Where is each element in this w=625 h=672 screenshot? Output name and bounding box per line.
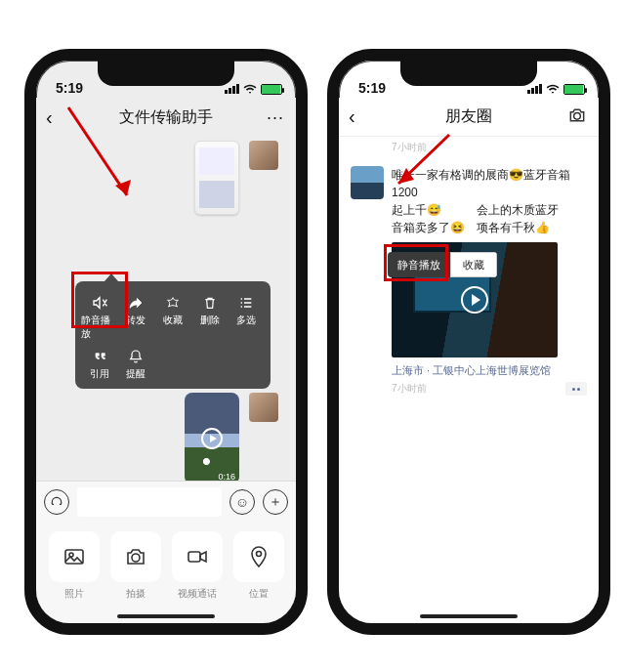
ctx-remind[interactable]: 提醒 — [118, 345, 155, 385]
quote-icon — [92, 349, 107, 364]
play-icon — [461, 286, 488, 314]
attach-favorite[interactable]: 收藏 — [107, 631, 163, 635]
emoji-sweat: 😅 — [427, 203, 441, 217]
camera-icon — [124, 545, 147, 568]
emoji-icon[interactable]: ☺ — [229, 489, 255, 515]
attach-photo[interactable]: 照片 — [46, 531, 102, 625]
multiselect-icon — [238, 295, 254, 311]
attach-file[interactable]: 文件 — [230, 631, 286, 635]
video-duration: 0:16 — [218, 472, 235, 481]
back-icon[interactable]: ‹ — [349, 105, 355, 128]
input-bar: ☺ ＋ — [36, 481, 296, 522]
photo-icon — [62, 545, 86, 568]
emoji-thumbsup: 👍 — [535, 221, 550, 234]
svg-point-9 — [574, 112, 581, 119]
home-indicator — [420, 614, 518, 618]
avatar[interactable] — [249, 393, 278, 422]
mute-icon — [92, 295, 107, 311]
message-image[interactable] — [194, 141, 239, 215]
post-time-top: 7小时前 — [339, 137, 599, 158]
attach-camera[interactable]: 拍摄 — [107, 531, 163, 625]
svg-point-4 — [256, 552, 261, 557]
remind-icon — [128, 349, 144, 364]
play-icon — [201, 428, 223, 449]
plus-icon[interactable]: ＋ — [263, 489, 288, 515]
notch — [98, 61, 234, 86]
forward-icon — [128, 295, 144, 311]
wifi-icon — [243, 82, 257, 96]
battery-icon — [261, 84, 282, 95]
signal-icon — [225, 84, 239, 94]
back-icon[interactable]: ‹ — [46, 106, 53, 129]
chat-header: ‹ 文件传输助手 ··· — [36, 98, 296, 137]
ctx-multiselect[interactable]: 多选 — [228, 291, 265, 345]
ctx-favorite[interactable]: 收藏 — [154, 291, 191, 345]
notch — [400, 61, 537, 86]
avatar[interactable] — [351, 166, 384, 199]
moments-title: 朋友圈 — [445, 106, 492, 127]
context-menu: 静音播放 转发 收藏 删除 多选 — [75, 281, 271, 389]
phone-left: 5:19 ‹ 文件传输助手 ··· 静音播放 — [24, 49, 308, 635]
battery-icon — [563, 84, 585, 95]
favorite-icon — [165, 295, 181, 311]
location-icon — [247, 545, 271, 568]
ctx-quote[interactable]: 引用 — [81, 345, 118, 385]
avatar[interactable] — [249, 141, 278, 170]
emoji-cool: 😎 — [509, 168, 523, 182]
phone-right: 5:19 ‹ 朋友圈 7小时前 唯一一家有格调的展商😎蓝牙音箱1200 — [327, 49, 610, 635]
post-actions-icon[interactable] — [565, 382, 587, 396]
emoji-grin: 😆 — [450, 221, 465, 234]
attach-videocall[interactable]: 视频通话 — [169, 531, 225, 625]
message-video[interactable]: 0:16 — [185, 393, 239, 481]
home-indicator — [117, 614, 215, 618]
chat-title: 文件传输助手 — [119, 107, 213, 128]
message-input[interactable] — [77, 487, 222, 517]
signal-icon — [527, 84, 542, 94]
moments-header: ‹ 朋友圈 — [339, 98, 599, 137]
post-time: 7小时前 — [392, 382, 587, 396]
attach-voice[interactable]: 语音输入 — [46, 631, 102, 635]
ctx-delete[interactable]: 删除 — [191, 291, 229, 345]
camera-icon[interactable] — [567, 105, 587, 129]
mini-context-menu: 静音播放 收藏 — [388, 252, 497, 277]
mini-ctx-mute[interactable]: 静音播放 — [388, 252, 450, 277]
attach-location[interactable]: 位置 — [230, 531, 286, 625]
post-location[interactable]: 上海市 · 工银中心上海世博展览馆 — [392, 363, 587, 378]
wifi-icon — [546, 82, 560, 96]
attach-contact[interactable]: 个人名片 — [169, 631, 225, 635]
svg-rect-3 — [188, 552, 200, 562]
status-time: 5:19 — [50, 80, 83, 96]
delete-icon — [202, 295, 218, 311]
status-time: 5:19 — [353, 80, 386, 96]
post-text: 唯一一家有格调的展商😎蓝牙音箱1200 起上千😅隐藏隐会上的木质蓝牙 音箱卖多了… — [392, 166, 587, 236]
svg-point-2 — [132, 554, 140, 562]
ctx-forward[interactable]: 转发 — [118, 291, 155, 345]
ctx-mute[interactable]: 静音播放 — [81, 291, 118, 345]
videocall-icon — [186, 545, 209, 568]
more-icon[interactable]: ··· — [267, 107, 284, 128]
mini-ctx-fav[interactable]: 收藏 — [450, 252, 497, 277]
moments-feed[interactable]: 7小时前 唯一一家有格调的展商😎蓝牙音箱1200 起上千😅隐藏隐会上的木质蓝牙 … — [339, 137, 599, 623]
voice-toggle-icon[interactable] — [44, 489, 69, 515]
chat-area: 静音播放 转发 收藏 删除 多选 — [36, 137, 296, 481]
